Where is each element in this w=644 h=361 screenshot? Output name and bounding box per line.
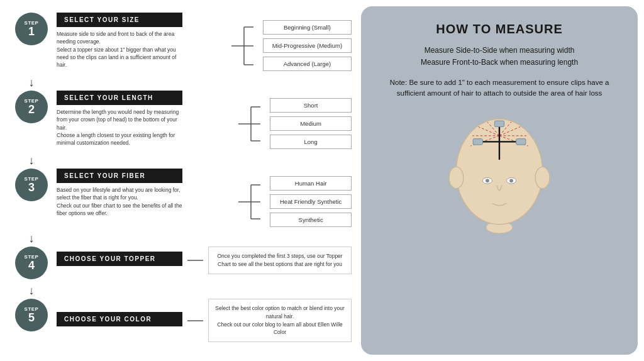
step-1-options: Beginning (Small) Mid-Progressive (Mediu… — [263, 20, 352, 71]
step-3-circle: STEP 3 — [15, 169, 48, 201]
step-3-row: STEP 3 SELECT YOUR FIBER Based on your l… — [9, 169, 352, 227]
head-diagram — [436, 109, 562, 235]
arrow-4-5: ↓ — [9, 284, 53, 297]
step-2-connector — [238, 102, 270, 146]
option-medium: Medium — [270, 116, 352, 131]
step-5-desc: Select the best color option to match or… — [208, 299, 352, 342]
option-long: Long — [270, 135, 352, 149]
option-advanced: Advanced (Large) — [263, 57, 352, 71]
svg-rect-32 — [494, 121, 504, 127]
option-beginning: Beginning (Small) — [263, 20, 352, 35]
step-1-title: SELECT YOUR SIZE — [57, 13, 182, 27]
step-4-row: STEP 4 CHOOSE YOUR TOPPER Once you compl… — [9, 247, 352, 279]
svg-rect-33 — [473, 138, 482, 145]
step-5-row: STEP 5 CHOOSE YOUR COLOR Select the best… — [9, 299, 352, 342]
step-4-circle: STEP 4 — [15, 247, 48, 279]
how-to-title: HOW TO MEASURE — [436, 22, 562, 36]
svg-point-20 — [535, 167, 550, 188]
step-5-title: CHOOSE YOUR COLOR — [57, 312, 182, 326]
step-2-title: SELECT YOUR LENGTH — [57, 91, 182, 105]
svg-point-38 — [509, 179, 513, 182]
left-panel: STEP 1 SELECT YOUR SIZE Measure side to … — [0, 0, 361, 361]
option-synthetic: Synthetic — [270, 213, 352, 227]
arrow-2-3: ↓ — [9, 154, 53, 167]
svg-point-19 — [449, 167, 464, 188]
step-4-title: CHOOSE YOUR TOPPER — [57, 252, 182, 266]
step-1-row: STEP 1 SELECT YOUR SIZE Measure side to … — [9, 13, 352, 71]
arrow-3-4: ↓ — [9, 232, 53, 245]
step-1-left: STEP 1 — [9, 13, 53, 45]
option-human-hair: Human Hair — [270, 176, 352, 191]
step-4-desc: Once you completed the first 3 steps, us… — [208, 247, 352, 274]
steps-container: STEP 1 SELECT YOUR SIZE Measure side to … — [9, 13, 352, 346]
step-4-left: STEP 4 — [9, 247, 53, 279]
step-5-left: STEP 5 — [9, 299, 53, 331]
step-4-line — [187, 260, 203, 261]
step-3-title: SELECT YOUR FIBER — [57, 169, 182, 183]
step-3-connector — [238, 180, 270, 224]
svg-rect-34 — [516, 138, 526, 145]
instruction-front-to-back: Measure Front-to-Back when measuring len… — [421, 58, 578, 67]
instruction-side-to-side: Measure Side-to-Side when measuring widt… — [421, 46, 578, 55]
step-5-circle: STEP 5 — [15, 299, 48, 331]
step-2-circle: STEP 2 — [15, 91, 48, 123]
arrow-1-2: ↓ — [9, 76, 53, 89]
step-2-row: STEP 2 SELECT YOUR LENGTH Determine the … — [9, 91, 352, 149]
step-3-desc: Based on your lifestyle and what you are… — [57, 186, 182, 217]
step-2-options: Short Medium Long — [270, 98, 352, 149]
option-short: Short — [270, 98, 352, 113]
step-5-line — [187, 320, 203, 321]
step-1-circle: STEP 1 — [15, 13, 48, 45]
how-to-instructions: Measure Side-to-Side when measuring widt… — [421, 46, 578, 70]
right-panel: HOW TO MEASURE Measure Side-to-Side when… — [361, 6, 638, 355]
step-3-options: Human Hair Heat Friendly Synthetic Synth… — [270, 176, 352, 227]
option-mid-progressive: Mid-Progressive (Medium) — [263, 38, 352, 53]
option-heat-friendly: Heat Friendly Synthetic — [270, 194, 352, 209]
step-2-left: STEP 2 — [9, 91, 53, 123]
svg-point-37 — [486, 179, 489, 182]
step-1-connector — [231, 21, 263, 71]
step-2-desc: Determine the length you would need by m… — [57, 108, 182, 147]
step-3-left: STEP 3 — [9, 169, 53, 201]
step-1-desc: Measure side to side and front to back o… — [57, 30, 182, 69]
how-to-note: Note: Be sure to add 1" to each measurem… — [380, 77, 619, 99]
